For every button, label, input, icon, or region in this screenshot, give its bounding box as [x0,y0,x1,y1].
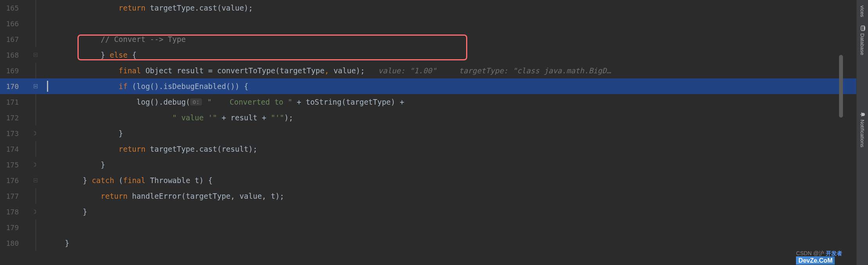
code-text: final Object result = convertToType(targ… [47,63,856,78]
database-icon [859,25,866,31]
debug-inline-hint: value: "1.00" [378,66,437,75]
gutter [24,188,47,204]
line-number: 179 [0,223,24,232]
line-number: 172 [0,114,24,122]
watermark: CSDN @沪 开发者 DevZe.CoM [796,250,842,264]
line-number: 171 [0,98,24,106]
line-number: 178 [0,208,24,216]
gutter [24,220,47,235]
scrollbar-thumb[interactable] [839,55,843,118]
right-toolbar: vices Database Notifications [856,0,868,265]
gutter [24,16,47,31]
code-line[interactable]: 178 } [0,204,856,220]
toolbar-notifications[interactable]: Notifications [858,107,867,151]
gutter [24,63,47,78]
fold-close-icon[interactable] [33,162,38,167]
gutter [24,110,47,125]
gutter[interactable] [24,47,47,63]
gutter[interactable] [24,204,47,220]
code-line[interactable]: 167 // Convert --> Type [0,31,856,47]
code-text: return targetType.cast(result); [47,141,856,157]
line-number: 173 [0,129,24,138]
code-text: return targetType.cast(value); [47,0,856,16]
gutter [24,0,47,16]
code-line[interactable]: 168 } else { [0,47,856,63]
line-number: 169 [0,67,24,75]
code-line[interactable]: 166 [0,16,856,31]
gutter [24,141,47,157]
gutter [24,235,47,251]
code-editor[interactable]: 165 return targetType.cast(value); 166 1… [0,0,856,265]
code-line[interactable]: 171 log().debug(o: " Converted to " + to… [0,94,856,110]
toolbar-database[interactable]: Database [858,21,867,59]
line-number: 168 [0,51,24,59]
code-container: 165 return targetType.cast(value); 166 1… [0,0,856,265]
code-text: } else { [47,47,856,63]
gutter [24,31,47,47]
code-text: } catch (final Throwable t) { [47,172,856,188]
line-number: 166 [0,20,24,28]
line-number: 180 [0,239,24,247]
param-hint: o: [190,98,202,105]
code-line[interactable]: 172 " value '" + result + "'"); [0,110,856,125]
line-number: 170 [0,82,24,91]
gutter [24,94,47,110]
gutter[interactable] [24,157,47,172]
code-line[interactable]: 180 } [0,235,856,251]
line-number: 175 [0,161,24,169]
code-text: // Convert --> Type [47,31,856,47]
code-text [47,16,856,31]
code-line[interactable]: 173 } [0,125,856,141]
gutter[interactable] [24,172,47,188]
line-number: 167 [0,35,24,44]
code-text: } [47,235,856,251]
code-line[interactable]: 176 } catch (final Throwable t) { [0,172,856,188]
bell-icon [859,111,866,118]
code-line[interactable]: 179 [0,220,856,235]
code-line-current[interactable]: 170 if (log().isDebugEnabled()) { [0,78,856,94]
line-number: 174 [0,145,24,153]
line-number: 176 [0,176,24,185]
fold-close-icon[interactable] [33,209,38,214]
code-line[interactable]: 174 return targetType.cast(result); [0,141,856,157]
code-text: log().debug(o: " Converted to " + toStri… [47,94,856,110]
code-text: return handleError(targetType, value, t)… [47,188,856,204]
line-number: 165 [0,4,24,12]
code-text: " value '" + result + "'"); [47,110,856,125]
fold-minus-icon[interactable] [33,84,38,89]
caret-icon [47,81,48,92]
fold-close-icon[interactable] [33,131,38,136]
gutter[interactable] [24,125,47,141]
debug-inline-hint: targetType: "class java.math.BigD… [459,66,611,75]
fold-minus-icon[interactable] [33,53,38,57]
svg-point-6 [864,26,865,31]
code-text: } [47,125,856,141]
toolbar-services[interactable]: vices [858,2,866,21]
code-text: if (log().isDebugEnabled()) { [47,78,856,94]
code-line[interactable]: 177 return handleError(targetType, value… [0,188,856,204]
code-line[interactable]: 169 final Object result = convertToType(… [0,63,856,78]
code-text [47,220,856,235]
code-line[interactable]: 175 } [0,157,856,172]
line-number: 177 [0,192,24,200]
scrollbar[interactable] [838,55,844,133]
code-line[interactable]: 165 return targetType.cast(value); [0,0,856,16]
code-text: } [47,204,856,220]
fold-minus-icon[interactable] [33,178,38,183]
gutter[interactable] [24,78,47,94]
code-text: } [47,157,856,172]
